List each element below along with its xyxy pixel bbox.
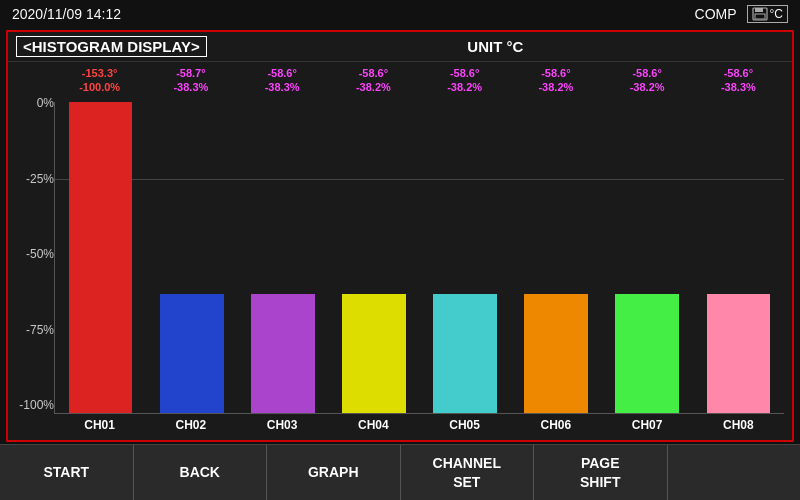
channel-label-ch06: CH06 bbox=[510, 414, 601, 436]
value-col-ch06: -58.6° -38.2% bbox=[510, 66, 601, 95]
temp-value-ch06: -58.6° bbox=[541, 66, 570, 80]
unit-label: °C bbox=[770, 7, 783, 21]
value-col-ch07: -58.6° -38.2% bbox=[602, 66, 693, 95]
bars-row bbox=[54, 102, 784, 414]
pct-value-ch03: -38.3% bbox=[265, 80, 300, 94]
pct-value-ch06: -38.2% bbox=[538, 80, 573, 94]
button-bar: STARTBACKGRAPHCHANNEL SETPAGE SHIFT bbox=[0, 444, 800, 500]
svg-rect-2 bbox=[755, 14, 765, 19]
bar-col-ch06 bbox=[511, 102, 602, 413]
bar-col-ch01 bbox=[55, 102, 146, 413]
value-col-ch04: -58.6° -38.2% bbox=[328, 66, 419, 95]
pct-value-ch01: -100.0% bbox=[79, 80, 120, 94]
value-col-ch03: -58.6° -38.3% bbox=[237, 66, 328, 95]
histogram-header: <HISTOGRAM DISPLAY> UNIT °C bbox=[8, 32, 792, 62]
bar-ch04 bbox=[342, 294, 406, 413]
bar-col-ch03 bbox=[237, 102, 328, 413]
channel-label-ch04: CH04 bbox=[328, 414, 419, 436]
value-col-ch02: -58.7° -38.3% bbox=[145, 66, 236, 95]
bar-ch05 bbox=[433, 294, 497, 413]
temp-value-ch08: -58.6° bbox=[724, 66, 753, 80]
temp-value-ch05: -58.6° bbox=[450, 66, 479, 80]
datetime: 2020/11/09 14:12 bbox=[12, 6, 121, 22]
chart-container: 0% -25% -50% -75% -100% -153.3° -100.0% … bbox=[8, 62, 792, 440]
bar-ch02 bbox=[160, 294, 224, 413]
pct-value-ch02: -38.3% bbox=[173, 80, 208, 94]
histogram-title: <HISTOGRAM DISPLAY> bbox=[16, 36, 207, 57]
save-icon bbox=[752, 7, 768, 21]
y-label-100: -100% bbox=[19, 398, 54, 412]
y-label-50: -50% bbox=[26, 247, 54, 261]
y-label-25: -25% bbox=[26, 172, 54, 186]
bar-ch06 bbox=[524, 294, 588, 413]
button-graph[interactable]: GRAPH bbox=[267, 445, 401, 500]
values-row: -153.3° -100.0% -58.7° -38.3% -58.6° -38… bbox=[54, 66, 784, 102]
pct-value-ch07: -38.2% bbox=[630, 80, 665, 94]
temp-value-ch01: -153.3° bbox=[82, 66, 118, 80]
channel-labels: CH01CH02CH03CH04CH05CH06CH07CH08 bbox=[54, 414, 784, 436]
pct-value-ch08: -38.3% bbox=[721, 80, 756, 94]
svg-rect-1 bbox=[755, 8, 763, 12]
value-col-ch08: -58.6° -38.3% bbox=[693, 66, 784, 95]
channel-label-ch07: CH07 bbox=[602, 414, 693, 436]
bar-col-ch02 bbox=[146, 102, 237, 413]
value-col-ch01: -153.3° -100.0% bbox=[54, 66, 145, 95]
channel-label-ch05: CH05 bbox=[419, 414, 510, 436]
button-empty bbox=[668, 445, 801, 500]
histogram-unit: UNIT °C bbox=[207, 38, 784, 55]
button-back[interactable]: BACK bbox=[134, 445, 268, 500]
bar-ch08 bbox=[707, 294, 771, 413]
temp-value-ch02: -58.7° bbox=[176, 66, 205, 80]
channel-label-ch01: CH01 bbox=[54, 414, 145, 436]
bar-ch03 bbox=[251, 294, 315, 413]
unit-badge: °C bbox=[747, 5, 788, 23]
temp-value-ch07: -58.6° bbox=[632, 66, 661, 80]
y-axis: 0% -25% -50% -75% -100% bbox=[12, 66, 54, 436]
bar-col-ch08 bbox=[693, 102, 784, 413]
status-right: COMP °C bbox=[695, 5, 788, 23]
bars-area: -153.3° -100.0% -58.7° -38.3% -58.6° -38… bbox=[54, 66, 784, 436]
status-bar: 2020/11/09 14:12 COMP °C bbox=[0, 0, 800, 28]
bar-col-ch07 bbox=[602, 102, 693, 413]
pct-value-ch04: -38.2% bbox=[356, 80, 391, 94]
y-label-75: -75% bbox=[26, 323, 54, 337]
button-start[interactable]: START bbox=[0, 445, 134, 500]
channel-label-ch08: CH08 bbox=[693, 414, 784, 436]
bar-ch07 bbox=[615, 294, 679, 413]
screen: 2020/11/09 14:12 COMP °C <HISTOGRAM DISP… bbox=[0, 0, 800, 500]
y-label-0: 0% bbox=[37, 96, 54, 110]
bar-col-ch04 bbox=[328, 102, 419, 413]
bar-ch01 bbox=[69, 102, 133, 413]
comp-label: COMP bbox=[695, 6, 737, 22]
value-col-ch05: -58.6° -38.2% bbox=[419, 66, 510, 95]
temp-value-ch03: -58.6° bbox=[267, 66, 296, 80]
channel-label-ch02: CH02 bbox=[145, 414, 236, 436]
bar-col-ch05 bbox=[420, 102, 511, 413]
pct-value-ch05: -38.2% bbox=[447, 80, 482, 94]
channel-label-ch03: CH03 bbox=[237, 414, 328, 436]
button-channel-set[interactable]: CHANNEL SET bbox=[401, 445, 535, 500]
histogram-area: <HISTOGRAM DISPLAY> UNIT °C 0% -25% -50%… bbox=[6, 30, 794, 442]
button-page-shift[interactable]: PAGE SHIFT bbox=[534, 445, 668, 500]
temp-value-ch04: -58.6° bbox=[359, 66, 388, 80]
